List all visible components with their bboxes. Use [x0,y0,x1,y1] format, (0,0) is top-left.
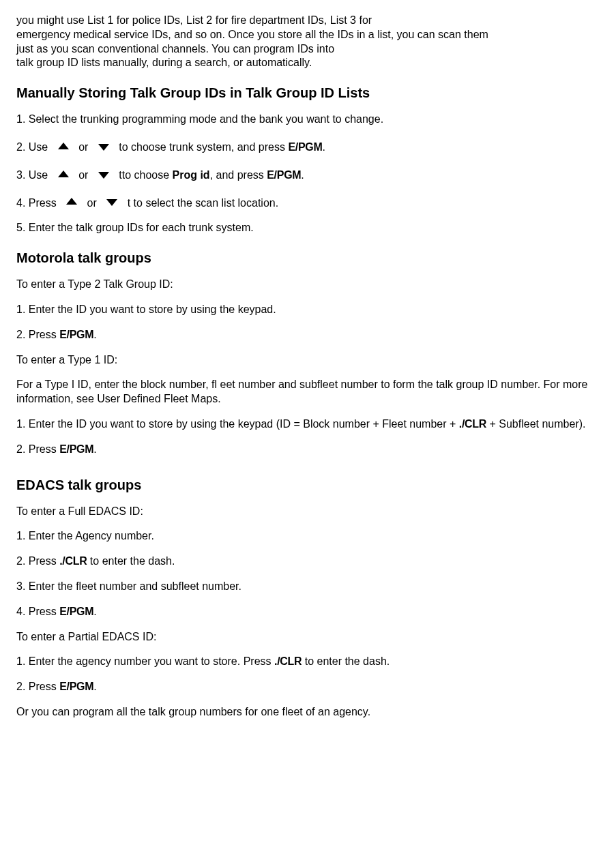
step-4a: 4. Press [16,197,59,209]
prog-id-label: Prog id [173,169,210,181]
moto-type1-step2c: . [93,443,96,455]
step-2c: to choose trunk system, and press [116,141,289,153]
intro-line2: emergency medical service IDs, and so on… [16,29,488,40]
step-1: 1. Select the trunking programming mode … [16,113,600,127]
edacs-full-intro: To enter a Full EDACS ID: [16,505,600,519]
step-3e: , and press [210,169,267,181]
clr-key: ./CLR [59,555,87,567]
step-3: 3. Use or tto choose Prog id, and press … [16,168,600,183]
arrow-up-icon [58,143,69,149]
epgm-key: E/PGM [59,443,93,455]
edacs-full-step3: 3. Enter the fleet number and subfleet n… [16,580,600,594]
arrow-down-icon [98,172,109,179]
moto-type1-step2: 2. Press E/PGM. [16,443,600,457]
edacs-full-step1: 1. Enter the Agency number. [16,529,600,544]
moto-type2-step1: 1. Enter the ID you want to store by usi… [16,303,600,317]
arrow-down-icon [98,144,109,151]
moto-type1-step2a: 2. Press [16,443,59,455]
clr-key: ./CLR [459,418,486,430]
step-3a: 3. Use [16,169,51,181]
edacs-partial-step2a: 2. Press [16,681,59,692]
step-2e: . [322,141,325,153]
moto-type1-desc: For a Type I ID, enter the block number,… [16,378,600,406]
moto-type1-step1a: 1. Enter the ID you want to store by usi… [16,418,459,430]
epgm-key: E/PGM [288,141,322,153]
moto-type1-intro: To enter a Type 1 ID: [16,353,600,368]
epgm-key: E/PGM [59,606,93,617]
step-2a: 2. Use [16,141,51,153]
edacs-partial-step1a: 1. Enter the agency number you want to s… [16,655,274,667]
epgm-key: E/PGM [59,681,93,692]
arrow-up-icon [66,198,77,205]
edacs-partial-step1c: to enter the dash. [302,655,390,667]
intro-paragraph: you might use List 1 for police IDs, Lis… [16,14,600,70]
step-4c: t to select the scan list location. [124,197,278,209]
moto-type1-step1c: + Subfleet number). [486,418,585,430]
epgm-key: E/PGM [59,329,93,340]
step-4b: or [84,197,100,209]
step-3b: or [76,169,91,181]
moto-type2-step2a: 2. Press [16,329,59,340]
intro-line1: you might use List 1 for police IDs, Lis… [16,14,372,26]
edacs-partial-step1: 1. Enter the agency number you want to s… [16,655,600,669]
intro-line3: just as you scan conventional channels. … [16,43,334,55]
edacs-partial-intro: To enter a Partial EDACS ID: [16,630,600,644]
arrow-up-icon [58,170,69,177]
moto-type2-step2: 2. Press E/PGM. [16,328,600,342]
heading-edacs: EDACS talk groups [16,476,600,494]
epgm-key: E/PGM [267,169,301,181]
edacs-full-step4a: 4. Press [16,606,59,617]
edacs-full-step2: 2. Press ./CLR to enter the dash. [16,554,600,569]
intro-line4: talk group ID lists manually, during a s… [16,57,312,68]
edacs-partial-step2: 2. Press E/PGM. [16,680,600,694]
arrow-down-icon [106,199,117,206]
step-4: 4. Press or t to select the scan list lo… [16,196,600,211]
edacs-full-step2c: to enter the dash. [87,555,175,567]
edacs-outro: Or you can program all the talk group nu… [16,705,600,720]
edacs-full-step2a: 2. Press [16,555,59,567]
step-3c: tto choose [116,169,173,181]
heading-manually-storing: Manually Storing Talk Group IDs in Talk … [16,84,600,102]
moto-type1-step1: 1. Enter the ID you want to store by usi… [16,417,600,432]
step-2b: or [76,141,91,153]
clr-key: ./CLR [274,655,302,667]
step-2: 2. Use or to choose trunk system, and pr… [16,140,600,155]
edacs-full-step4: 4. Press E/PGM. [16,605,600,619]
moto-type2-intro: To enter a Type 2 Talk Group ID: [16,278,600,292]
step-3g: . [301,169,304,181]
heading-motorola: Motorola talk groups [16,249,600,267]
edacs-full-step4c: . [93,606,96,617]
edacs-partial-step2c: . [93,681,96,692]
step-5: 5. Enter the talk group IDs for each tru… [16,221,600,235]
moto-type2-step2c: . [93,329,96,340]
